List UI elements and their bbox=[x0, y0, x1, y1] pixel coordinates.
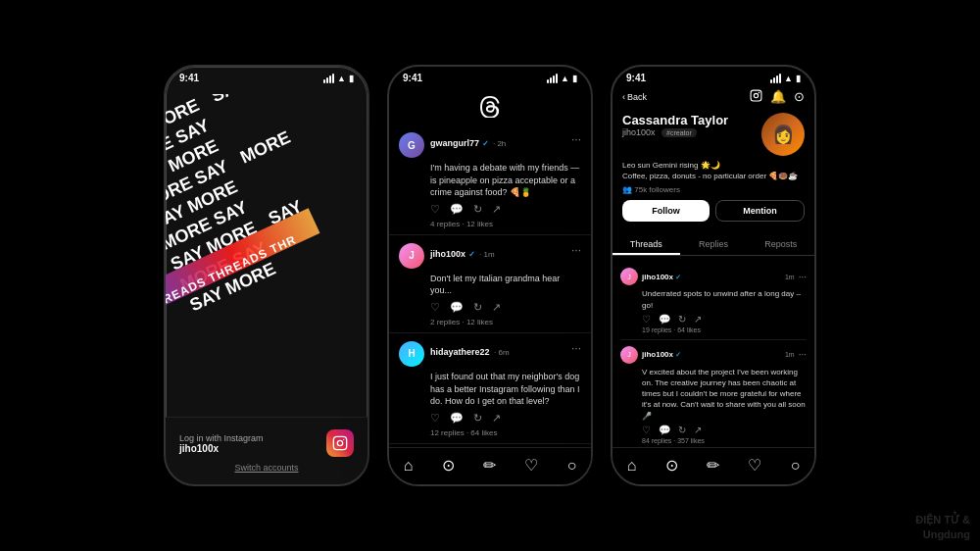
comment-icon[interactable]: 💬 bbox=[659, 425, 670, 435]
repost-icon[interactable]: ↻ bbox=[678, 314, 686, 325]
signal-bars-1 bbox=[323, 74, 334, 83]
repost-icon[interactable]: ↻ bbox=[678, 425, 686, 435]
login-label: Log in with Instagram bbox=[179, 433, 264, 443]
svg-point-2 bbox=[343, 439, 344, 440]
feed-post-1: G gwangurl77 ✓ · 2h ··· I'm having a deb… bbox=[389, 125, 591, 235]
post-menu-dots-2[interactable]: ··· bbox=[571, 243, 581, 257]
status-time-2: 9:41 bbox=[403, 73, 422, 83]
like-icon[interactable]: ♡ bbox=[642, 425, 651, 435]
signal-bars-3 bbox=[770, 74, 781, 83]
nav-search-icon[interactable]: ⊙ bbox=[665, 456, 678, 475]
wifi-icon: ▲ bbox=[784, 74, 793, 83]
phone-1: 9:41 ▲ ▮ SAY MORE SAY bbox=[164, 65, 369, 486]
tab-threads[interactable]: Threads bbox=[612, 235, 680, 255]
post-actions-2: ♡ 💬 ↻ ↗ bbox=[430, 301, 581, 314]
nav-heart-icon[interactable]: ♡ bbox=[748, 456, 761, 475]
svg-rect-3 bbox=[751, 90, 761, 101]
comment-icon[interactable]: 💬 bbox=[450, 412, 464, 425]
tab-replies[interactable]: Replies bbox=[680, 235, 748, 255]
say-more-pattern: SAY MORE SAY MORE SAY SAY MORE MORE SAY … bbox=[166, 94, 368, 406]
post-content-3: I just found out that my neighbor's dog … bbox=[430, 371, 581, 408]
comment-icon[interactable]: 💬 bbox=[450, 301, 464, 314]
post-username-2: jiho100x ✓ bbox=[430, 249, 475, 259]
nav-profile-icon[interactable]: ○ bbox=[791, 457, 801, 475]
profile-actions: Follow Mention bbox=[622, 200, 805, 222]
post-stats-2: 2 replies · 12 likes bbox=[430, 318, 581, 326]
profile-post-actions-2: ♡ 💬 ↻ ↗ bbox=[620, 425, 807, 435]
follow-button[interactable]: Follow bbox=[622, 200, 710, 222]
signal-bar bbox=[776, 75, 778, 83]
signal-bar bbox=[770, 79, 772, 83]
back-label: Back bbox=[627, 92, 647, 102]
profile-badge: #creator bbox=[662, 128, 697, 137]
verified-badge: ✓ bbox=[675, 351, 681, 358]
post-time-3: · 6m bbox=[494, 348, 510, 357]
nav-compose-icon[interactable]: ✏ bbox=[707, 456, 719, 475]
nav-heart-icon[interactable]: ♡ bbox=[524, 456, 538, 475]
like-icon[interactable]: ♡ bbox=[430, 412, 440, 425]
phone-3: 9:41 ▲ ▮ ‹ Back bbox=[611, 65, 816, 486]
signal-bar bbox=[547, 79, 549, 83]
avatar-gwangurl77: G bbox=[399, 132, 424, 158]
tab-reposts[interactable]: Reposts bbox=[747, 235, 814, 255]
profile-post-dots-1[interactable]: ··· bbox=[799, 272, 807, 282]
profile-post-time-1: 1m bbox=[785, 274, 795, 280]
nav-search-icon[interactable]: ⊙ bbox=[442, 456, 455, 475]
profile-post-stats-2: 84 replies · 357 likes bbox=[620, 437, 807, 444]
post-header-3: H hidayathere22 · 6m ··· bbox=[399, 341, 581, 367]
profile-post-2: J jiho100x ✓ 1m ··· V excited about the … bbox=[620, 340, 807, 447]
followers-icon: 👥 bbox=[622, 185, 632, 194]
like-icon[interactable]: ♡ bbox=[430, 301, 440, 314]
login-text-group: Log in with Instagram jiho100x bbox=[179, 433, 264, 454]
post-time-1: · 2h bbox=[493, 139, 506, 148]
share-icon[interactable]: ↗ bbox=[492, 203, 501, 216]
profile-post-dots-2[interactable]: ··· bbox=[799, 349, 807, 360]
signal-bar bbox=[323, 79, 325, 83]
instagram-link-icon[interactable] bbox=[750, 89, 762, 105]
post-stats-3: 12 replies · 64 likes bbox=[430, 428, 581, 437]
signal-bar bbox=[329, 75, 331, 83]
login-instagram-row: Log in with Instagram jiho100x bbox=[179, 429, 354, 457]
nav-compose-icon[interactable]: ✏ bbox=[483, 456, 496, 475]
share-icon[interactable]: ↗ bbox=[492, 412, 501, 425]
profile-name: Cassandra Taylor bbox=[622, 113, 728, 127]
share-icon[interactable]: ↗ bbox=[694, 425, 702, 435]
phones-container: 9:41 ▲ ▮ SAY MORE SAY bbox=[0, 0, 980, 551]
small-avatar-2: J bbox=[620, 346, 638, 364]
comment-icon[interactable]: 💬 bbox=[659, 314, 670, 325]
post-menu-dots-3[interactable]: ··· bbox=[571, 341, 581, 355]
like-icon[interactable]: ♡ bbox=[642, 314, 651, 325]
svg-point-1 bbox=[337, 440, 342, 445]
more-options-icon[interactable]: ⊙ bbox=[794, 89, 805, 105]
share-icon[interactable]: ↗ bbox=[694, 314, 702, 325]
svg-point-4 bbox=[754, 93, 758, 97]
phone-2: 9:41 ▲ ▮ bbox=[387, 65, 593, 486]
signal-bar bbox=[779, 74, 781, 83]
profile-info: Cassandra Taylor jiho100x #creator 👩 Leo… bbox=[612, 107, 814, 235]
repost-icon[interactable]: ↻ bbox=[473, 412, 482, 425]
phone-2-screen: 9:41 ▲ ▮ bbox=[389, 67, 591, 484]
signal-bar bbox=[556, 74, 558, 83]
avatar-jiho100x: J bbox=[399, 243, 424, 269]
switch-accounts-link[interactable]: Switch accounts bbox=[179, 463, 354, 473]
share-icon[interactable]: ↗ bbox=[492, 301, 501, 314]
feed-scroll[interactable]: G gwangurl77 ✓ · 2h ··· I'm having a deb… bbox=[389, 125, 591, 447]
comment-icon[interactable]: 💬 bbox=[450, 203, 464, 216]
nav-profile-icon[interactable]: ○ bbox=[567, 457, 577, 475]
svg-point-5 bbox=[759, 92, 760, 94]
notification-icon[interactable]: 🔔 bbox=[770, 89, 786, 105]
nav-home-icon[interactable]: ⌂ bbox=[627, 457, 637, 475]
profile-header-nav: ‹ Back 🔔 ⊙ bbox=[612, 85, 814, 107]
repost-icon[interactable]: ↻ bbox=[473, 203, 482, 216]
mention-button[interactable]: Mention bbox=[715, 200, 805, 222]
repost-icon[interactable]: ↻ bbox=[473, 301, 482, 314]
like-icon[interactable]: ♡ bbox=[430, 203, 440, 216]
bottom-nav-3: ⌂ ⊙ ✏ ♡ ○ bbox=[612, 447, 814, 484]
instagram-icon[interactable] bbox=[326, 429, 354, 457]
feed-post-2: J jiho100x ✓ · 1m ··· Don't let my Itali… bbox=[389, 235, 591, 333]
post-content-1: I'm having a debate with my friends — is… bbox=[430, 162, 581, 199]
nav-home-icon[interactable]: ⌂ bbox=[404, 457, 414, 475]
profile-post-time-2: 1m bbox=[785, 351, 795, 358]
back-button[interactable]: ‹ Back bbox=[622, 92, 647, 102]
post-menu-dots-1[interactable]: ··· bbox=[571, 132, 581, 146]
